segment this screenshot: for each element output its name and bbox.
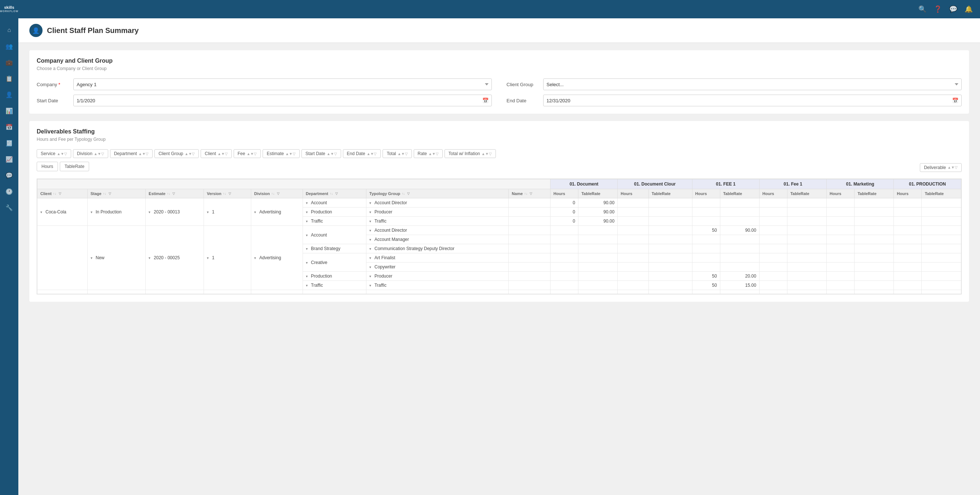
- filter-icon: ▽: [229, 192, 231, 196]
- sidebar-item-timesheets[interactable]: 🕐: [2, 184, 16, 199]
- expand-icon[interactable]: ▾: [369, 274, 373, 278]
- sidebar-item-calendar[interactable]: 📅: [2, 119, 16, 134]
- cell-empty: [692, 235, 720, 244]
- cell-typology: ▾Account Manager: [366, 235, 508, 244]
- filter-department[interactable]: Department ▲▼▽: [110, 149, 153, 158]
- company-select[interactable]: Agency 1: [73, 78, 492, 90]
- deliverable-01-fee1: 01. FEE 1: [692, 179, 759, 189]
- col-division[interactable]: Division ↑↓▽: [251, 189, 302, 198]
- col-name[interactable]: Name ↑↓▽: [509, 189, 550, 198]
- cell-empty: [648, 207, 692, 217]
- filter-service[interactable]: Service ▲▼▽: [37, 149, 71, 158]
- expand-icon[interactable]: ▾: [369, 210, 373, 214]
- col-stage[interactable]: Stage ↑↓▽: [87, 189, 146, 198]
- toggle-tablerate[interactable]: TableRate: [60, 162, 89, 171]
- expand-icon[interactable]: ▾: [306, 201, 310, 205]
- expand-icon[interactable]: ▾: [91, 256, 94, 259]
- cell-empty: [787, 290, 826, 294]
- filter-client-group[interactable]: Client Group ▲▼▽: [154, 149, 199, 158]
- cell-empty: [759, 217, 787, 226]
- expand-icon[interactable]: ▾: [369, 219, 373, 223]
- cell-empty: [550, 290, 578, 294]
- sidebar-item-users[interactable]: 👥: [2, 39, 16, 54]
- sidebar-item-home[interactable]: ⌂: [2, 23, 16, 37]
- cell-name: [509, 253, 550, 263]
- fixed-header-spacer: [37, 179, 550, 189]
- cell-empty: [648, 263, 692, 272]
- filter-division[interactable]: Division ▲▼▽: [73, 149, 108, 158]
- deliverable-filter-btn[interactable]: Deliverable ▲▼▽: [920, 163, 962, 172]
- col-client[interactable]: Client ↑↓▽: [37, 189, 88, 198]
- toggle-hours[interactable]: Hours: [37, 162, 58, 171]
- cell-client: [37, 226, 88, 290]
- expand-icon[interactable]: ▾: [40, 210, 44, 214]
- expand-icon[interactable]: ▾: [306, 233, 310, 237]
- sidebar-item-projects[interactable]: 💼: [2, 55, 16, 70]
- filter-rate[interactable]: Rate ▲▼▽: [414, 149, 443, 158]
- cell-empty: [648, 244, 692, 253]
- expand-icon[interactable]: ▾: [369, 237, 373, 241]
- data-table: 01. Document 01. Document Clour 01. FEE …: [37, 179, 961, 294]
- filter-fee[interactable]: Fee ▲▼▽: [234, 149, 261, 158]
- filter-end-date[interactable]: End Date ▲▼▽: [343, 149, 381, 158]
- end-date-calendar-icon[interactable]: 📅: [949, 97, 961, 103]
- expand-icon[interactable]: ▾: [254, 210, 258, 214]
- sidebar-item-reports[interactable]: 📊: [2, 103, 16, 118]
- expand-icon[interactable]: ▾: [207, 256, 210, 259]
- sidebar-item-tasks[interactable]: 📋: [2, 71, 16, 86]
- expand-icon[interactable]: ▾: [148, 256, 152, 259]
- expand-icon[interactable]: ▾: [254, 256, 258, 259]
- filter-total[interactable]: Total ▲▼▽: [383, 149, 412, 158]
- cell-dept: ▾Account: [302, 226, 366, 244]
- start-date-input[interactable]: [74, 98, 479, 103]
- sort-icon: ↑↓: [330, 192, 333, 196]
- expand-icon[interactable]: ▾: [148, 210, 152, 214]
- expand-icon[interactable]: ▾: [369, 201, 373, 205]
- expand-icon[interactable]: ▾: [369, 247, 373, 250]
- expand-icon[interactable]: ▾: [306, 247, 310, 250]
- cell-typology: ▾Copywriter: [366, 263, 508, 272]
- filter-total-inflation[interactable]: Total w/ Inflation ▲▼▽: [444, 149, 496, 158]
- cell-empty: [692, 290, 720, 294]
- cell-name: [509, 290, 550, 294]
- sidebar-item-tools[interactable]: 🔧: [2, 200, 16, 215]
- expand-icon[interactable]: ▾: [306, 210, 310, 214]
- sidebar-item-clients[interactable]: 👤: [2, 87, 16, 102]
- sidebar-item-analytics[interactable]: 📈: [2, 152, 16, 167]
- client-group-select[interactable]: Select...: [543, 78, 962, 90]
- cell-empty: [894, 198, 922, 207]
- data-table-wrapper[interactable]: 01. Document 01. Document Clour 01. FEE …: [37, 178, 962, 294]
- cell-empty: [787, 263, 826, 272]
- expand-icon[interactable]: ▾: [306, 261, 310, 264]
- expand-icon[interactable]: ▾: [369, 265, 373, 269]
- expand-icon[interactable]: ▾: [91, 210, 94, 214]
- cell-empty: [550, 272, 578, 281]
- expand-icon[interactable]: ▾: [306, 219, 310, 223]
- cell-empty: [922, 198, 961, 207]
- expand-icon[interactable]: ▾: [207, 210, 210, 214]
- filter-client[interactable]: Client ▲▼▽: [200, 149, 231, 158]
- expand-icon[interactable]: ▾: [369, 283, 373, 287]
- start-date-calendar-icon[interactable]: 📅: [479, 97, 492, 103]
- col-version[interactable]: Version ↑↓▽: [204, 189, 251, 198]
- cell-version: ▾1: [204, 198, 251, 226]
- company-label: Company *: [37, 82, 70, 87]
- cell-version: [204, 290, 251, 294]
- cell-empty: [648, 272, 692, 281]
- expand-icon[interactable]: ▾: [369, 256, 373, 259]
- end-date-input[interactable]: [544, 98, 949, 103]
- col-typology-group[interactable]: Typology Group ↑↓▽: [366, 189, 508, 198]
- col-department[interactable]: Department ↑↓▽: [302, 189, 366, 198]
- col-estimate[interactable]: Estimate ↑↓▽: [146, 189, 204, 198]
- sidebar-item-messages[interactable]: 💬: [2, 168, 16, 183]
- expand-icon[interactable]: ▾: [306, 283, 310, 287]
- cell-empty: [720, 253, 759, 263]
- expand-icon[interactable]: ▾: [306, 274, 310, 278]
- sidebar-item-invoices[interactable]: 🧾: [2, 136, 16, 150]
- filter-estimate[interactable]: Estimate ▲▼▽: [262, 149, 299, 158]
- deliverable-filter-row: Deliverable ▲▼▽: [920, 163, 962, 172]
- sidebar: skills WORKFLOW ⌂ 👥 💼 📋 👤 📊 📅 🧾 📈 💬 🕐 🔧: [0, 0, 18, 495]
- filter-start-date[interactable]: Start Date ▲▼▽: [301, 149, 341, 158]
- cell-typology: ▾Art Finalist: [366, 253, 508, 263]
- expand-icon[interactable]: ▾: [369, 228, 373, 232]
